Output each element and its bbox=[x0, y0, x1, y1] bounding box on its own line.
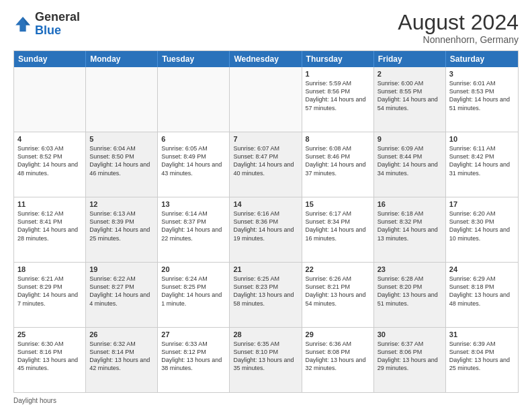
calendar-day-14: 14Sunrise: 6:16 AM Sunset: 8:36 PM Dayli… bbox=[230, 197, 302, 262]
calendar-day-empty bbox=[158, 67, 230, 132]
day-number: 10 bbox=[449, 135, 515, 143]
day-info: Sunrise: 6:03 AM Sunset: 8:52 PM Dayligh… bbox=[17, 144, 82, 177]
calendar-day-29: 29Sunrise: 6:36 AM Sunset: 8:08 PM Dayli… bbox=[302, 328, 374, 392]
day-number: 9 bbox=[378, 135, 442, 143]
calendar-day-6: 6Sunrise: 6:05 AM Sunset: 8:49 PM Daylig… bbox=[158, 132, 230, 197]
day-info: Sunrise: 6:32 AM Sunset: 8:14 PM Dayligh… bbox=[89, 340, 154, 373]
day-of-week-tuesday: Tuesday bbox=[158, 51, 230, 67]
day-info: Sunrise: 6:25 AM Sunset: 8:23 PM Dayligh… bbox=[233, 275, 298, 308]
day-number: 15 bbox=[306, 200, 370, 208]
title-block: August 2024 Nonnenhorn, Germany bbox=[398, 11, 519, 45]
calendar-day-15: 15Sunrise: 6:17 AM Sunset: 8:34 PM Dayli… bbox=[302, 197, 374, 262]
calendar-day-3: 3Sunrise: 6:01 AM Sunset: 8:53 PM Daylig… bbox=[446, 67, 518, 132]
day-number: 13 bbox=[161, 200, 226, 208]
day-number: 25 bbox=[17, 330, 82, 338]
day-number: 19 bbox=[89, 265, 154, 273]
calendar-body: 1Sunrise: 5:59 AM Sunset: 8:56 PM Daylig… bbox=[14, 67, 518, 392]
day-info: Sunrise: 5:59 AM Sunset: 8:56 PM Dayligh… bbox=[306, 79, 370, 112]
day-number: 16 bbox=[378, 200, 442, 208]
calendar-day-23: 23Sunrise: 6:28 AM Sunset: 8:20 PM Dayli… bbox=[374, 263, 446, 327]
calendar-day-24: 24Sunrise: 6:29 AM Sunset: 8:18 PM Dayli… bbox=[446, 263, 518, 327]
calendar-week-3: 11Sunrise: 6:12 AM Sunset: 8:41 PM Dayli… bbox=[14, 197, 518, 262]
day-info: Sunrise: 6:36 AM Sunset: 8:08 PM Dayligh… bbox=[306, 340, 370, 373]
day-number: 2 bbox=[378, 70, 442, 78]
calendar-day-empty bbox=[230, 67, 302, 132]
calendar-day-17: 17Sunrise: 6:20 AM Sunset: 8:30 PM Dayli… bbox=[446, 197, 518, 262]
day-number: 31 bbox=[449, 330, 515, 338]
calendar-week-5: 25Sunrise: 6:30 AM Sunset: 8:16 PM Dayli… bbox=[14, 327, 518, 392]
day-info: Sunrise: 6:13 AM Sunset: 8:39 PM Dayligh… bbox=[89, 210, 154, 242]
calendar-day-7: 7Sunrise: 6:07 AM Sunset: 8:47 PM Daylig… bbox=[230, 132, 302, 197]
logo-general-text: General bbox=[35, 10, 80, 24]
calendar-day-22: 22Sunrise: 6:26 AM Sunset: 8:21 PM Dayli… bbox=[302, 263, 374, 327]
calendar-day-empty bbox=[86, 67, 158, 132]
day-number: 8 bbox=[306, 135, 370, 143]
day-info: Sunrise: 6:26 AM Sunset: 8:21 PM Dayligh… bbox=[306, 275, 370, 308]
day-info: Sunrise: 6:01 AM Sunset: 8:53 PM Dayligh… bbox=[449, 79, 515, 112]
calendar-day-1: 1Sunrise: 5:59 AM Sunset: 8:56 PM Daylig… bbox=[302, 67, 374, 132]
day-number: 7 bbox=[233, 135, 298, 143]
calendar-day-21: 21Sunrise: 6:25 AM Sunset: 8:23 PM Dayli… bbox=[230, 263, 302, 327]
day-info: Sunrise: 6:11 AM Sunset: 8:42 PM Dayligh… bbox=[449, 144, 515, 177]
day-number: 14 bbox=[233, 200, 298, 208]
calendar-day-19: 19Sunrise: 6:22 AM Sunset: 8:27 PM Dayli… bbox=[86, 263, 158, 327]
day-info: Sunrise: 6:00 AM Sunset: 8:55 PM Dayligh… bbox=[378, 79, 442, 112]
day-info: Sunrise: 6:08 AM Sunset: 8:46 PM Dayligh… bbox=[306, 144, 370, 177]
day-of-week-thursday: Thursday bbox=[302, 51, 374, 67]
day-number: 12 bbox=[89, 200, 154, 208]
day-number: 24 bbox=[449, 265, 515, 273]
day-of-week-saturday: Saturday bbox=[446, 51, 518, 67]
day-number: 28 bbox=[233, 330, 298, 338]
day-info: Sunrise: 6:39 AM Sunset: 8:04 PM Dayligh… bbox=[449, 340, 515, 373]
logo-blue-text: Blue bbox=[35, 24, 61, 37]
day-number: 6 bbox=[161, 135, 226, 143]
day-of-week-friday: Friday bbox=[374, 51, 446, 67]
calendar-day-10: 10Sunrise: 6:11 AM Sunset: 8:42 PM Dayli… bbox=[446, 132, 518, 197]
calendar: SundayMondayTuesdayWednesdayThursdayFrid… bbox=[13, 50, 519, 393]
calendar-day-30: 30Sunrise: 6:37 AM Sunset: 8:06 PM Dayli… bbox=[374, 328, 446, 392]
day-info: Sunrise: 6:14 AM Sunset: 8:37 PM Dayligh… bbox=[161, 210, 226, 242]
day-number: 4 bbox=[17, 135, 82, 143]
calendar-day-8: 8Sunrise: 6:08 AM Sunset: 8:46 PM Daylig… bbox=[302, 132, 374, 197]
page: General Blue August 2024 Nonnenhorn, Ger… bbox=[0, 0, 532, 411]
day-info: Sunrise: 6:28 AM Sunset: 8:20 PM Dayligh… bbox=[378, 275, 442, 308]
day-info: Sunrise: 6:22 AM Sunset: 8:27 PM Dayligh… bbox=[89, 275, 154, 308]
footer: Daylight hours bbox=[13, 397, 519, 404]
calendar-day-11: 11Sunrise: 6:12 AM Sunset: 8:41 PM Dayli… bbox=[14, 197, 86, 262]
logo-icon bbox=[13, 15, 32, 34]
calendar-week-2: 4Sunrise: 6:03 AM Sunset: 8:52 PM Daylig… bbox=[14, 132, 518, 197]
day-number: 21 bbox=[233, 265, 298, 273]
calendar-day-28: 28Sunrise: 6:35 AM Sunset: 8:10 PM Dayli… bbox=[230, 328, 302, 392]
day-number: 20 bbox=[161, 265, 226, 273]
logo: General Blue bbox=[13, 11, 80, 38]
location: Nonnenhorn, Germany bbox=[398, 34, 519, 45]
day-info: Sunrise: 6:37 AM Sunset: 8:06 PM Dayligh… bbox=[378, 340, 442, 373]
day-info: Sunrise: 6:20 AM Sunset: 8:30 PM Dayligh… bbox=[449, 210, 515, 242]
day-info: Sunrise: 6:35 AM Sunset: 8:10 PM Dayligh… bbox=[233, 340, 298, 373]
day-info: Sunrise: 6:33 AM Sunset: 8:12 PM Dayligh… bbox=[161, 340, 226, 373]
day-number: 26 bbox=[89, 330, 154, 338]
day-info: Sunrise: 6:05 AM Sunset: 8:49 PM Dayligh… bbox=[161, 144, 226, 177]
calendar-day-empty bbox=[14, 67, 86, 132]
day-info: Sunrise: 6:30 AM Sunset: 8:16 PM Dayligh… bbox=[17, 340, 82, 373]
day-of-week-wednesday: Wednesday bbox=[230, 51, 302, 67]
day-info: Sunrise: 6:24 AM Sunset: 8:25 PM Dayligh… bbox=[161, 275, 226, 308]
day-info: Sunrise: 6:21 AM Sunset: 8:29 PM Dayligh… bbox=[17, 275, 82, 308]
calendar-header: SundayMondayTuesdayWednesdayThursdayFrid… bbox=[14, 51, 518, 67]
calendar-week-4: 18Sunrise: 6:21 AM Sunset: 8:29 PM Dayli… bbox=[14, 262, 518, 327]
day-number: 1 bbox=[306, 70, 370, 78]
day-info: Sunrise: 6:29 AM Sunset: 8:18 PM Dayligh… bbox=[449, 275, 515, 308]
day-number: 3 bbox=[449, 70, 515, 78]
calendar-day-2: 2Sunrise: 6:00 AM Sunset: 8:55 PM Daylig… bbox=[374, 67, 446, 132]
day-info: Sunrise: 6:12 AM Sunset: 8:41 PM Dayligh… bbox=[17, 210, 82, 242]
calendar-day-31: 31Sunrise: 6:39 AM Sunset: 8:04 PM Dayli… bbox=[446, 328, 518, 392]
calendar-week-1: 1Sunrise: 5:59 AM Sunset: 8:56 PM Daylig… bbox=[14, 67, 518, 132]
day-of-week-monday: Monday bbox=[86, 51, 158, 67]
day-number: 23 bbox=[378, 265, 442, 273]
day-number: 11 bbox=[17, 200, 82, 208]
day-number: 27 bbox=[161, 330, 226, 338]
day-number: 5 bbox=[89, 135, 154, 143]
month-year: August 2024 bbox=[398, 11, 519, 34]
calendar-day-9: 9Sunrise: 6:09 AM Sunset: 8:44 PM Daylig… bbox=[374, 132, 446, 197]
day-number: 30 bbox=[378, 330, 442, 338]
